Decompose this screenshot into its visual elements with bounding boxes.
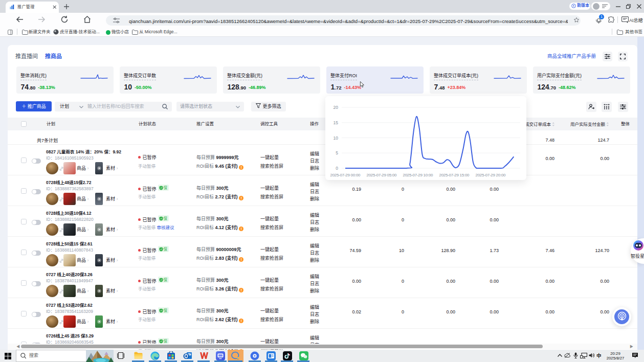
svg-text:2025-07-29 10:00: 2025-07-29 10:00 xyxy=(403,173,434,177)
svg-text:5: 5 xyxy=(336,150,338,155)
svg-text:2025-07-29 20:00: 2025-07-29 20:00 xyxy=(476,173,506,177)
svg-text:0: 0 xyxy=(336,166,338,171)
svg-text:10: 10 xyxy=(334,135,339,141)
svg-text:20: 20 xyxy=(334,105,339,110)
svg-text:2025-07-29 05:00: 2025-07-29 05:00 xyxy=(367,173,397,177)
svg-text:2025-07-29 00:00: 2025-07-29 00:00 xyxy=(330,173,361,177)
svg-text:15: 15 xyxy=(334,120,339,125)
svg-text:2025-07-29 15:00: 2025-07-29 15:00 xyxy=(439,173,470,177)
